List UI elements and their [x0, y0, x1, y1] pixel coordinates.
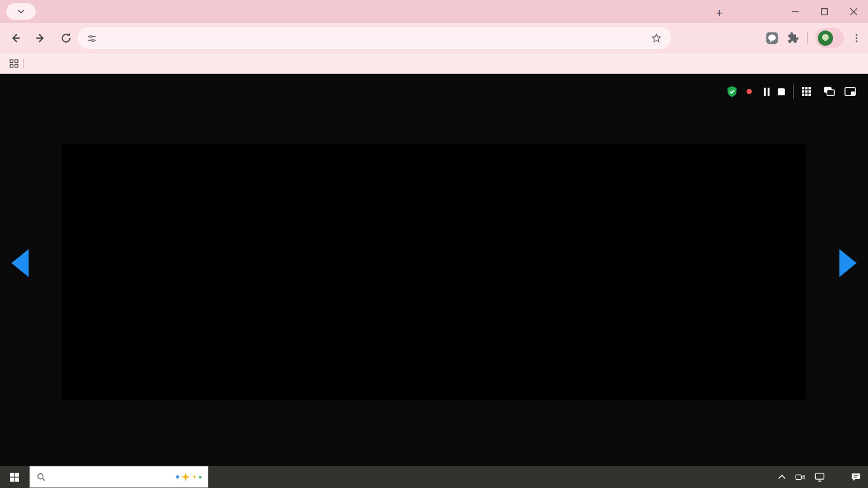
windows-logo-icon: [10, 472, 20, 482]
extensions-puzzle-icon[interactable]: [787, 32, 799, 44]
mini-window-icon[interactable]: [823, 86, 836, 97]
popout-window-icon[interactable]: [844, 86, 857, 97]
line-extension-icon[interactable]: [765, 31, 779, 45]
new-tab-button[interactable]: +: [710, 4, 728, 22]
chrome-toolbar: [0, 23, 868, 53]
chrome-tab-strip: +: [0, 0, 868, 23]
search-icon: [36, 472, 46, 482]
window-controls: [780, 0, 868, 23]
meeting-control-bar: [0, 429, 868, 466]
next-page-arrow[interactable]: [839, 249, 857, 277]
screen: +: [0, 0, 868, 488]
tab-search-button[interactable]: [6, 3, 36, 20]
camera-in-use-icon[interactable]: [794, 472, 806, 482]
minimize-button[interactable]: [780, 0, 810, 23]
zoom-meeting-page: [0, 74, 868, 466]
windows-taskbar: [0, 466, 868, 488]
site-settings-icon[interactable]: [86, 33, 97, 44]
pause-recording-icon[interactable]: [764, 88, 770, 96]
url-bar[interactable]: [78, 27, 671, 49]
browser-menu-icon[interactable]: [851, 33, 862, 43]
search-input[interactable]: [51, 471, 170, 482]
back-button[interactable]: [9, 32, 22, 44]
encryption-shield-icon[interactable]: [726, 85, 738, 98]
view-button[interactable]: [802, 87, 815, 96]
network-icon[interactable]: [814, 472, 825, 482]
recording-dot: [747, 89, 752, 94]
bookmarks-bar: [0, 53, 868, 74]
close-window-button[interactable]: [839, 0, 868, 23]
prev-page-arrow[interactable]: [11, 249, 29, 277]
search-highlights-icon: [176, 473, 201, 482]
bookmarks-divider: [23, 58, 24, 69]
reload-button[interactable]: [60, 32, 72, 44]
action-center-icon[interactable]: [850, 472, 862, 482]
start-button[interactable]: [0, 466, 29, 488]
apps-grid-icon[interactable]: [9, 58, 19, 69]
tray-chevron-icon[interactable]: [778, 474, 786, 480]
maximize-button[interactable]: [810, 0, 839, 23]
bookmark-star-icon[interactable]: [651, 32, 662, 44]
participant-grid: [62, 144, 806, 400]
profile-chip[interactable]: [815, 28, 844, 48]
toolbar-divider: [807, 32, 808, 44]
meeting-header-controls: [726, 84, 857, 99]
taskbar-search[interactable]: [29, 466, 208, 488]
view-grid-icon: [802, 87, 811, 96]
system-tray: [778, 466, 868, 488]
header-divider: [793, 84, 794, 99]
chevron-down-icon: [17, 9, 25, 14]
forward-button[interactable]: [34, 32, 47, 44]
stop-recording-icon[interactable]: [778, 88, 785, 95]
profile-avatar: [818, 30, 833, 46]
